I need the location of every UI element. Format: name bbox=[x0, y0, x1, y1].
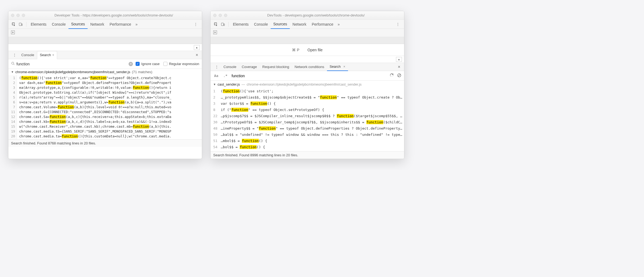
drawer-tab-console[interactable]: Console bbox=[19, 51, 37, 59]
status-bar: Search finished. Found 8996 matching lin… bbox=[211, 151, 404, 159]
top-tabs: Elements Console Sources Network Perform… bbox=[211, 20, 404, 29]
match-count: (71 matches) bbox=[132, 70, 152, 74]
tab-performance[interactable]: Performance bbox=[309, 20, 336, 29]
search-input[interactable] bbox=[16, 62, 127, 66]
tab-performance[interactable]: Performance bbox=[107, 20, 134, 29]
menu-kebab-icon[interactable]: ⋮ bbox=[192, 22, 200, 26]
drawer-tab-search-label: Search bbox=[40, 53, 51, 57]
drawer-tab-network-conditions[interactable]: Network conditions bbox=[292, 63, 327, 71]
titlebar: Developer Tools - https://developers.goo… bbox=[8, 11, 202, 20]
file-sep: — bbox=[242, 82, 245, 86]
checkbox-icon bbox=[163, 62, 167, 66]
close-icon[interactable]: × bbox=[52, 53, 54, 57]
svg-rect-1 bbox=[22, 24, 22, 26]
divider bbox=[26, 22, 26, 27]
expand-up-icon[interactable]: ▲ bbox=[194, 45, 200, 50]
search-results-code[interactable]: 1(function(){'use strict';2…_prototypeAl… bbox=[211, 88, 404, 151]
drawer-menu-icon[interactable]: ⋮ bbox=[11, 53, 19, 57]
close-dot[interactable] bbox=[11, 14, 14, 17]
clear-icon[interactable] bbox=[397, 73, 401, 78]
drawer-close-icon[interactable]: × bbox=[194, 53, 200, 58]
drawer-tab-search-label: Search bbox=[330, 65, 341, 69]
search-field: ✕ bbox=[11, 62, 133, 66]
result-file-header[interactable]: ▼ chrome-extension://pkedcjkdefgpdelpbcm… bbox=[8, 69, 202, 75]
refresh-icon[interactable] bbox=[390, 73, 394, 78]
minimize-dot[interactable] bbox=[219, 14, 222, 17]
caret-down-icon: ▼ bbox=[11, 70, 14, 73]
window-controls bbox=[213, 14, 227, 17]
tab-network[interactable]: Network bbox=[88, 20, 107, 29]
debugger-toolbar bbox=[8, 29, 202, 37]
clear-search-icon[interactable]: ✕ bbox=[129, 62, 133, 66]
match-case-toggle[interactable]: Aa bbox=[213, 74, 219, 78]
inspect-icon[interactable] bbox=[213, 21, 219, 28]
search-row: ✕ ✓ Ignore case Regular expression bbox=[8, 59, 202, 69]
menu-kebab-icon[interactable]: ⋮ bbox=[394, 22, 402, 26]
zoom-dot[interactable] bbox=[22, 14, 25, 17]
regex-toggle[interactable]: .* bbox=[222, 74, 228, 78]
svg-line-9 bbox=[398, 74, 400, 76]
result-file-url: chrome-extension://pkedcjkdefgpdelpbcmbm… bbox=[15, 70, 130, 74]
search-row: Aa .* bbox=[211, 71, 404, 81]
search-icon bbox=[11, 62, 15, 66]
open-file-hint: ⌘ P Open file bbox=[211, 44, 404, 56]
device-toggle-icon[interactable] bbox=[220, 21, 226, 28]
minimize-dot[interactable] bbox=[16, 14, 20, 17]
svg-rect-5 bbox=[221, 23, 223, 26]
close-dot[interactable] bbox=[213, 14, 216, 17]
tab-sources[interactable]: Sources bbox=[68, 20, 88, 29]
result-file-header[interactable]: ▼ cast_sender.js — chrome-extension://pk… bbox=[211, 81, 404, 88]
devtools-window-right: DevTools - developers.google.com/web/too… bbox=[210, 11, 404, 159]
drawer-tab-coverage[interactable]: Coverage bbox=[239, 63, 260, 71]
cmd-p-shortcut: ⌘ P bbox=[292, 48, 299, 52]
drawer-menu-icon[interactable]: ⋮ bbox=[213, 65, 221, 69]
window-controls bbox=[11, 14, 25, 17]
top-tabs: Elements Console Sources Network Perform… bbox=[8, 20, 202, 29]
editor-area-placeholder bbox=[211, 37, 404, 44]
editor-area-placeholder bbox=[8, 37, 202, 44]
resume-icon[interactable] bbox=[213, 31, 217, 35]
resume-icon[interactable] bbox=[11, 31, 15, 35]
line-gutter: 1234567111214151920 bbox=[8, 75, 17, 139]
devtools-window-left: Developer Tools - https://developers.goo… bbox=[8, 11, 202, 159]
status-bar: Search finished. Found 8768 matching lin… bbox=[8, 139, 202, 147]
divider bbox=[228, 22, 229, 27]
window-title: Developer Tools - https://developers.goo… bbox=[28, 13, 199, 17]
svg-rect-6 bbox=[224, 24, 225, 26]
zoom-dot[interactable] bbox=[224, 14, 227, 17]
tab-network[interactable]: Network bbox=[290, 20, 309, 29]
search-input[interactable] bbox=[232, 74, 386, 78]
inspect-icon[interactable] bbox=[11, 21, 17, 28]
tab-elements[interactable]: Elements bbox=[28, 20, 49, 29]
checkbox-checked-icon: ✓ bbox=[136, 62, 140, 66]
tab-console[interactable]: Console bbox=[49, 20, 68, 29]
tab-console[interactable]: Console bbox=[251, 20, 270, 29]
svg-rect-0 bbox=[19, 23, 21, 26]
window-title: DevTools - developers.google.com/web/too… bbox=[230, 13, 401, 17]
tab-elements[interactable]: Elements bbox=[230, 20, 251, 29]
drawer-tab-console[interactable]: Console bbox=[221, 63, 239, 71]
regex-checkbox[interactable]: Regular expression bbox=[163, 62, 199, 66]
open-file-label: Open file bbox=[308, 48, 323, 52]
drawer-close-icon[interactable]: × bbox=[396, 65, 402, 69]
drawer-tabs: ⋮ Console Coverage Request blocking Netw… bbox=[211, 63, 404, 71]
svg-line-4 bbox=[14, 64, 15, 65]
file-name: cast_sender.js bbox=[218, 82, 240, 86]
drawer-tab-search[interactable]: Search × bbox=[37, 51, 57, 59]
more-tabs-icon[interactable]: » bbox=[336, 22, 342, 26]
search-results-code: 1234567111214151920 (function(){'use str… bbox=[8, 75, 202, 139]
drawer-tab-search[interactable]: Search × bbox=[327, 63, 348, 71]
expand-up-icon[interactable]: ▲ bbox=[396, 57, 402, 62]
debugger-toolbar bbox=[211, 29, 404, 37]
tab-sources[interactable]: Sources bbox=[271, 20, 290, 29]
code-lines[interactable]: (function(){'use strict';var e,aa="funct… bbox=[17, 75, 171, 139]
titlebar: DevTools - developers.google.com/web/too… bbox=[211, 11, 404, 20]
device-toggle-icon[interactable] bbox=[18, 21, 24, 28]
close-icon[interactable]: × bbox=[343, 65, 345, 69]
drawer-tab-request-blocking[interactable]: Request blocking bbox=[260, 63, 292, 71]
ignore-case-checkbox[interactable]: ✓ Ignore case bbox=[136, 62, 160, 66]
blank-strip: ▲ bbox=[211, 56, 404, 63]
search-options: ✓ Ignore case Regular expression bbox=[136, 62, 199, 66]
drawer-tabs: ⋮ Console Search × × bbox=[8, 51, 202, 59]
more-tabs-icon[interactable]: » bbox=[134, 22, 139, 26]
